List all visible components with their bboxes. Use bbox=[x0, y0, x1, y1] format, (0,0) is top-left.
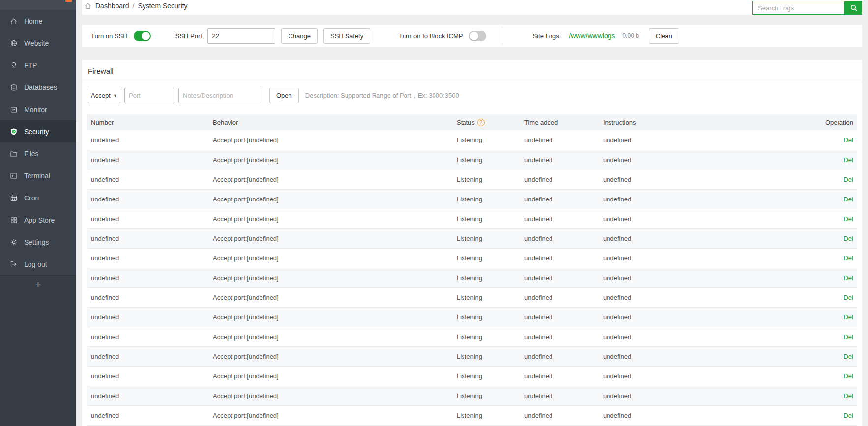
rule-instructions-cell: undefined bbox=[603, 170, 802, 189]
rule-time-added-cell: undefined bbox=[524, 189, 603, 209]
rule-number-cell: undefined bbox=[87, 248, 213, 268]
rule-instructions-cell: undefined bbox=[603, 386, 802, 405]
rule-operation-cell: Del bbox=[802, 287, 857, 307]
rule-operation-cell: Del bbox=[802, 189, 857, 209]
ssh-safety-button[interactable]: SSH Safety bbox=[323, 28, 370, 44]
ssh-port-label: SSH Port: bbox=[175, 32, 204, 40]
sidebar-item-cron[interactable]: Cron bbox=[0, 187, 76, 209]
rule-operation-cell: Del bbox=[802, 366, 857, 386]
delete-rule-link[interactable]: Del bbox=[843, 255, 853, 262]
rule-status-cell: Listening bbox=[457, 130, 524, 150]
delete-rule-link[interactable]: Del bbox=[843, 136, 853, 143]
firewall-rule-row: undefined Accept port:[undefined] Listen… bbox=[87, 130, 857, 150]
sidebar-item-label: Files bbox=[24, 150, 39, 158]
sidebar-item-label: Security bbox=[24, 128, 49, 136]
rule-behavior-cell: Accept port:[undefined] bbox=[213, 209, 457, 228]
rule-status-cell: Listening bbox=[457, 346, 524, 366]
delete-rule-link[interactable]: Del bbox=[843, 176, 853, 183]
rule-instructions-cell: undefined bbox=[603, 209, 802, 228]
databases-icon bbox=[10, 84, 18, 91]
rule-instructions-cell: undefined bbox=[603, 248, 802, 268]
change-port-button[interactable]: Change bbox=[281, 28, 318, 44]
sidebar-item-files[interactable]: Files bbox=[0, 142, 76, 165]
sidebar-bottom-section: + bbox=[0, 275, 76, 426]
sidebar-item-databases[interactable]: Databases bbox=[0, 76, 76, 98]
sidebar-item-label: Cron bbox=[24, 194, 39, 202]
rule-time-added-cell: undefined bbox=[524, 170, 603, 189]
rule-number-cell: undefined bbox=[87, 170, 213, 189]
open-port-button[interactable]: Open bbox=[269, 88, 299, 103]
site-logs-path-link[interactable]: /www/wwwlogs bbox=[569, 32, 615, 40]
rule-operation-cell: Del bbox=[802, 327, 857, 346]
sidebar-item-label: Monitor bbox=[24, 106, 47, 114]
delete-rule-link[interactable]: Del bbox=[843, 353, 853, 360]
rule-time-added-cell: undefined bbox=[524, 287, 603, 307]
firewall-rule-row: undefined Accept port:[undefined] Listen… bbox=[87, 170, 857, 189]
rule-instructions-cell: undefined bbox=[603, 150, 802, 170]
rule-type-select[interactable]: Accept Port ▼ bbox=[88, 88, 120, 103]
search-button[interactable] bbox=[845, 1, 862, 15]
ssh-toggle[interactable] bbox=[134, 31, 151, 41]
delete-rule-link[interactable]: Del bbox=[843, 215, 853, 223]
sidebar-item-home[interactable]: Home bbox=[0, 10, 76, 32]
sidebar-item-website[interactable]: Website bbox=[0, 32, 76, 54]
icmp-toggle[interactable] bbox=[469, 31, 486, 41]
sidebar-item-settings[interactable]: Settings bbox=[0, 231, 76, 253]
rule-behavior-cell: Accept port:[undefined] bbox=[213, 170, 457, 189]
rule-status-cell: Listening bbox=[457, 228, 524, 248]
delete-rule-link[interactable]: Del bbox=[843, 412, 853, 419]
col-header-operation: Operation bbox=[802, 114, 857, 130]
clean-logs-button[interactable]: Clean bbox=[649, 28, 679, 44]
delete-rule-link[interactable]: Del bbox=[843, 372, 853, 380]
firewall-port-input[interactable] bbox=[124, 88, 174, 103]
main-content: Dashboard / System Security Turn on SSH … bbox=[76, 0, 868, 426]
site-logs-label: Site Logs: bbox=[533, 32, 561, 40]
delete-rule-link[interactable]: Del bbox=[843, 313, 853, 321]
add-menu-button[interactable]: + bbox=[35, 279, 41, 290]
search-input[interactable] bbox=[752, 1, 845, 15]
delete-rule-link[interactable]: Del bbox=[843, 333, 853, 341]
delete-rule-link[interactable]: Del bbox=[843, 392, 853, 399]
sidebar-item-monitor[interactable]: Monitor bbox=[0, 98, 76, 120]
rule-number-cell: undefined bbox=[87, 209, 213, 228]
rule-operation-cell: Del bbox=[802, 346, 857, 366]
rule-operation-cell: Del bbox=[802, 386, 857, 405]
delete-rule-link[interactable]: Del bbox=[843, 196, 853, 203]
firewall-rule-row: undefined Accept port:[undefined] Listen… bbox=[87, 287, 857, 307]
ftp-icon bbox=[10, 61, 18, 69]
icmp-toggle-label: Turn on to Block ICMP bbox=[399, 32, 463, 40]
rule-time-added-cell: undefined bbox=[524, 268, 603, 287]
sidebar-item-security[interactable]: Security bbox=[0, 120, 76, 142]
sidebar-item-terminal[interactable]: Terminal bbox=[0, 165, 76, 187]
delete-rule-link[interactable]: Del bbox=[843, 274, 853, 282]
sidebar-item-log-out[interactable]: Log out bbox=[0, 253, 76, 275]
rule-operation-cell: Del bbox=[802, 248, 857, 268]
toggle-knob bbox=[470, 32, 478, 40]
sidebar-item-ftp[interactable]: FTP bbox=[0, 54, 76, 76]
rule-time-added-cell: undefined bbox=[524, 248, 603, 268]
sidebar: Home Website FTP Databases Monitor Secur… bbox=[0, 0, 76, 426]
rule-behavior-cell: Accept port:[undefined] bbox=[213, 386, 457, 405]
firewall-rule-row: undefined Accept port:[undefined] Listen… bbox=[87, 386, 857, 405]
logout-icon bbox=[10, 260, 18, 268]
delete-rule-link[interactable]: Del bbox=[843, 235, 853, 242]
col-header-number: Number bbox=[87, 114, 213, 130]
rule-behavior-cell: Accept port:[undefined] bbox=[213, 366, 457, 386]
status-help-icon[interactable]: ? bbox=[477, 119, 485, 126]
cron-icon bbox=[10, 194, 18, 202]
rule-instructions-cell: undefined bbox=[603, 327, 802, 346]
sidebar-item-app-store[interactable]: App Store bbox=[0, 209, 76, 231]
breadcrumb-dashboard-link[interactable]: Dashboard bbox=[95, 2, 129, 10]
app-store-icon bbox=[10, 216, 18, 224]
ssh-port-input[interactable] bbox=[207, 28, 275, 44]
rule-behavior-cell: Accept port:[undefined] bbox=[213, 150, 457, 170]
rule-status-cell: Listening bbox=[457, 189, 524, 209]
firewall-notes-input[interactable] bbox=[178, 88, 260, 103]
sidebar-item-label: Terminal bbox=[24, 172, 50, 180]
delete-rule-link[interactable]: Del bbox=[843, 294, 853, 301]
delete-rule-link[interactable]: Del bbox=[843, 156, 853, 164]
rule-time-added-cell: undefined bbox=[524, 386, 603, 405]
firewall-rule-row: undefined Accept port:[undefined] Listen… bbox=[87, 189, 857, 209]
rule-instructions-cell: undefined bbox=[603, 130, 802, 150]
rule-time-added-cell: undefined bbox=[524, 228, 603, 248]
